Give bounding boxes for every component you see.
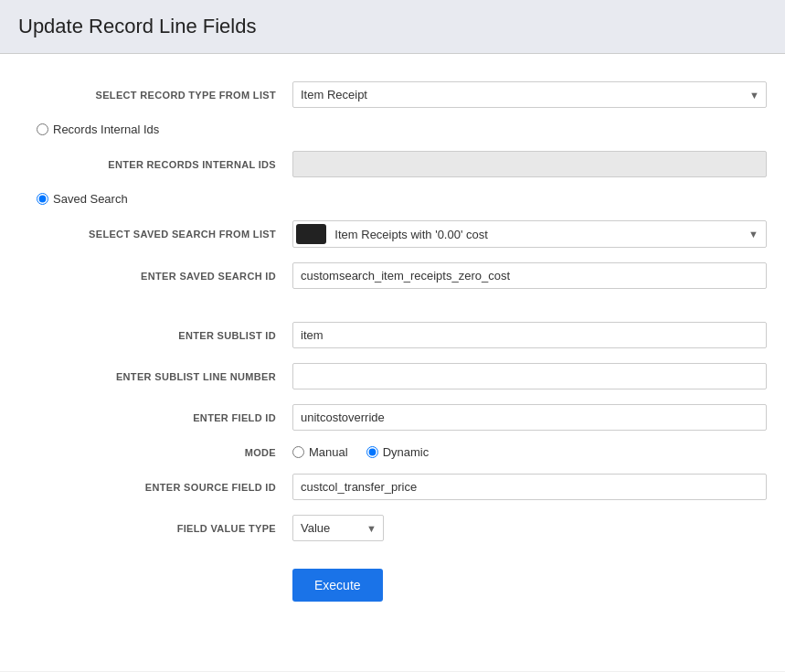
- field-value-type-row: FIELD VALUE TYPE Value Text ▼: [18, 515, 767, 541]
- mode-field: Manual Dynamic: [292, 445, 767, 459]
- enter-saved-search-id-row: ENTER SAVED SEARCH ID: [18, 262, 767, 289]
- enter-records-internal-ids-label: ENTER RECORDS INTERNAL IDS: [18, 159, 292, 170]
- enter-saved-search-id-field: [292, 262, 767, 289]
- enter-sublist-line-number-label: ENTER SUBLIST LINE NUMBER: [18, 371, 292, 382]
- records-internal-ids-radio-label[interactable]: Records Internal Ids: [37, 123, 159, 136]
- mode-options: Manual Dynamic: [292, 445, 767, 459]
- mode-label: MODE: [18, 447, 292, 458]
- saved-search-chevron-icon: ▼: [741, 229, 766, 240]
- enter-sublist-line-number-field: [292, 363, 767, 389]
- mode-manual-label: Manual: [309, 445, 348, 459]
- field-value-type-field: Value Text ▼: [292, 515, 767, 541]
- mode-row: MODE Manual Dynamic: [18, 445, 767, 459]
- enter-sublist-id-row: ENTER SUBLIST ID: [18, 322, 767, 348]
- page-header: Update Record Line Fields: [0, 0, 785, 54]
- saved-search-row: Saved Search: [18, 192, 767, 206]
- mode-manual-option: Manual: [292, 445, 348, 459]
- enter-records-internal-ids-input: [292, 151, 767, 177]
- saved-search-pill: [296, 224, 326, 244]
- record-type-select-wrapper: Item Receipt ▼: [292, 81, 767, 108]
- execute-row: Execute: [18, 560, 767, 602]
- record-type-select[interactable]: Item Receipt: [292, 81, 767, 108]
- records-internal-ids-text: Records Internal Ids: [53, 123, 159, 136]
- enter-source-field-id-input[interactable]: [292, 474, 767, 500]
- form-content: SELECT RECORD TYPE FROM LIST Item Receip…: [0, 54, 785, 671]
- saved-search-radio[interactable]: [37, 193, 48, 205]
- enter-field-id-field: [292, 404, 767, 431]
- field-value-type-select[interactable]: Value Text: [292, 515, 384, 541]
- select-saved-search-field: Item Receipts with '0.00' cost ▼: [292, 220, 767, 248]
- enter-source-field-id-field: [292, 474, 767, 500]
- saved-search-select-text: Item Receipts with '0.00' cost: [329, 228, 741, 241]
- enter-records-internal-ids-row: ENTER RECORDS INTERNAL IDS: [18, 151, 767, 177]
- saved-search-select-container[interactable]: Item Receipts with '0.00' cost ▼: [292, 220, 767, 248]
- enter-saved-search-id-input[interactable]: [292, 262, 767, 289]
- field-value-type-select-wrapper: Value Text ▼: [292, 515, 384, 541]
- field-value-type-label: FIELD VALUE TYPE: [18, 523, 292, 534]
- record-type-label: SELECT RECORD TYPE FROM LIST: [18, 90, 292, 101]
- enter-field-id-input[interactable]: [292, 404, 767, 431]
- enter-field-id-label: ENTER FIELD ID: [18, 412, 292, 423]
- enter-source-field-id-row: ENTER SOURCE FIELD ID: [18, 474, 767, 500]
- record-type-row: SELECT RECORD TYPE FROM LIST Item Receip…: [18, 81, 767, 108]
- enter-sublist-id-field: [292, 322, 767, 348]
- record-type-field: Item Receipt ▼: [292, 81, 767, 108]
- select-saved-search-row: SELECT SAVED SEARCH FROM LIST Item Recei…: [18, 220, 767, 248]
- mode-dynamic-label: Dynamic: [383, 445, 430, 459]
- enter-records-internal-ids-field: [292, 151, 767, 177]
- page-title: Update Record Line Fields: [18, 15, 767, 38]
- select-saved-search-label: SELECT SAVED SEARCH FROM LIST: [18, 229, 292, 240]
- saved-search-text: Saved Search: [53, 192, 128, 206]
- mode-manual-radio[interactable]: [292, 446, 304, 458]
- enter-sublist-id-input[interactable]: [292, 322, 767, 348]
- saved-search-radio-label[interactable]: Saved Search: [37, 192, 128, 206]
- records-internal-ids-row: Records Internal Ids: [18, 123, 767, 136]
- records-internal-ids-radio[interactable]: [37, 123, 48, 135]
- mode-dynamic-radio[interactable]: [366, 446, 378, 458]
- enter-sublist-line-number-input[interactable]: [292, 363, 767, 389]
- enter-saved-search-id-label: ENTER SAVED SEARCH ID: [18, 271, 292, 282]
- enter-source-field-id-label: ENTER SOURCE FIELD ID: [18, 482, 292, 493]
- enter-sublist-id-label: ENTER SUBLIST ID: [18, 330, 292, 341]
- execute-button[interactable]: Execute: [292, 569, 383, 602]
- mode-dynamic-option: Dynamic: [366, 445, 430, 459]
- enter-sublist-line-number-row: ENTER SUBLIST LINE NUMBER: [18, 363, 767, 389]
- enter-field-id-row: ENTER FIELD ID: [18, 404, 767, 431]
